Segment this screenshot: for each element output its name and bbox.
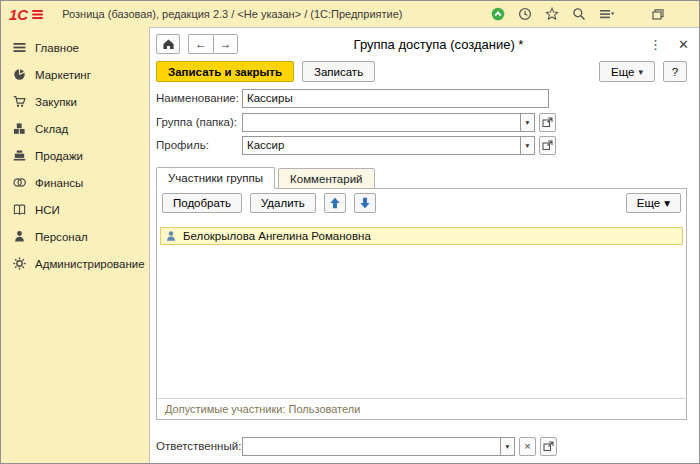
- book-icon: [13, 203, 26, 216]
- move-up-button[interactable]: [324, 193, 346, 213]
- sidebar-label: Администрирование: [35, 258, 145, 270]
- folder-dropdown-button[interactable]: ▾: [521, 113, 535, 132]
- form-more-menu-button[interactable]: ⋮: [647, 37, 664, 52]
- responsible-clear-button[interactable]: ×: [519, 437, 536, 456]
- hamburger-icon: [13, 41, 26, 54]
- tab-comment[interactable]: Комментарий: [278, 168, 374, 189]
- cart-icon: [13, 95, 26, 108]
- titlebar-icons: [491, 1, 615, 27]
- user-icon: [165, 230, 177, 242]
- folder-label: Группа (папка):: [156, 116, 242, 128]
- move-down-button[interactable]: [354, 193, 376, 213]
- sidebar-item-nsi[interactable]: НСИ: [1, 196, 149, 223]
- tab-members-label: Участники группы: [168, 172, 263, 184]
- field-profile: Профиль: ▾: [156, 135, 556, 155]
- star-icon: [545, 7, 559, 21]
- sidebar-item-sales[interactable]: Продажи: [1, 142, 149, 169]
- tab-strip: Участники группы Комментарий: [156, 167, 375, 189]
- responsible-open-button[interactable]: [540, 437, 557, 456]
- support-button[interactable]: [491, 7, 505, 21]
- search-icon: [572, 7, 586, 21]
- forward-button[interactable]: →: [213, 34, 238, 54]
- cash-register-icon: [13, 149, 26, 162]
- main-menu-button[interactable]: [599, 7, 615, 21]
- sidebar-label: Финансы: [35, 177, 83, 189]
- sidebar-label: Персонал: [35, 231, 88, 243]
- profile-dropdown-button[interactable]: ▾: [521, 136, 535, 155]
- sidebar-label: Маркетинг: [35, 69, 91, 81]
- delete-button[interactable]: Удалить: [250, 193, 316, 213]
- person-icon: [13, 230, 26, 243]
- tab-comment-label: Комментарий: [290, 173, 362, 185]
- coins-icon: [13, 176, 26, 189]
- members-footer: Допустимые участники: Пользователи: [157, 398, 686, 419]
- back-button[interactable]: ←: [188, 34, 213, 54]
- open-link-icon: [543, 441, 554, 452]
- menu-lines-icon: [599, 7, 615, 21]
- field-name: Наименование:: [156, 88, 549, 108]
- sidebar-label: Главное: [35, 42, 79, 54]
- responsible-dropdown-button[interactable]: ▾: [501, 437, 515, 456]
- sidebar-label: Продажи: [35, 150, 83, 162]
- form-window: ← → Группа доступа (создание) * ⋮ ✕ Запи…: [149, 27, 699, 463]
- boxes-icon: [13, 122, 26, 135]
- save-button[interactable]: Записать: [302, 61, 375, 82]
- app-title: Розница (базовая), редакция 2.3 / <Не ук…: [62, 8, 402, 20]
- profile-input[interactable]: [242, 136, 521, 155]
- member-name: Белокрылова Ангелина Романовна: [183, 230, 371, 242]
- allowed-members-text: Допустимые участники: Пользователи: [165, 403, 360, 415]
- sidebar-label: Закупки: [35, 96, 77, 108]
- sidebar-label: НСИ: [35, 204, 60, 216]
- window-restore-button[interactable]: [651, 8, 665, 21]
- form-header: ← → Группа доступа (создание) * ⋮ ✕: [156, 34, 691, 56]
- logo-text: 1С: [9, 7, 28, 22]
- gear-icon: [13, 257, 26, 270]
- folder-input[interactable]: [242, 113, 521, 132]
- home-icon: [162, 38, 175, 50]
- form-close-button[interactable]: ✕: [676, 37, 691, 52]
- open-link-icon: [542, 140, 553, 151]
- window-restore-icon: [651, 8, 665, 21]
- responsible-label: Ответственный:: [156, 440, 242, 452]
- open-link-icon: [542, 117, 553, 128]
- favorites-button[interactable]: [545, 7, 559, 21]
- titlebar: 1С Розница (базовая), редакция 2.3 / <Не…: [1, 1, 699, 27]
- arrow-down-icon: [359, 197, 371, 209]
- history-icon: [518, 7, 532, 21]
- command-bar: Записать и закрыть Записать Еще ▾ ?: [156, 61, 687, 82]
- sidebar-item-purchases[interactable]: Закупки: [1, 88, 149, 115]
- tab-members[interactable]: Участники группы: [156, 167, 275, 189]
- form-header-actions: ⋮ ✕: [647, 34, 691, 54]
- pick-button[interactable]: Подобрать: [162, 193, 242, 213]
- profile-open-button[interactable]: [539, 136, 556, 155]
- sidebar-item-finance[interactable]: Финансы: [1, 169, 149, 196]
- save-and-close-button[interactable]: Записать и закрыть: [156, 61, 294, 82]
- sidebar-item-personnel[interactable]: Персонал: [1, 223, 149, 250]
- sidebar-item-administration[interactable]: Администрирование: [1, 250, 149, 277]
- window-controls: [651, 1, 665, 27]
- home-button[interactable]: [156, 34, 180, 54]
- members-panel: Подобрать Удалить Еще ▾: [156, 188, 687, 420]
- sidebar-label: Склад: [35, 123, 68, 135]
- search-button[interactable]: [572, 7, 586, 21]
- more-button-label: Еще: [611, 66, 634, 78]
- profile-label: Профиль:: [156, 139, 242, 151]
- folder-open-button[interactable]: [539, 113, 556, 132]
- more-button[interactable]: Еще ▾: [599, 61, 655, 82]
- logo-menu-icon: [31, 8, 44, 21]
- member-row[interactable]: Белокрылова Ангелина Романовна: [160, 227, 683, 245]
- arrow-up-icon: [329, 197, 341, 209]
- members-toolbar: Подобрать Удалить Еще ▾: [157, 189, 686, 216]
- help-button[interactable]: ?: [663, 61, 687, 82]
- responsible-input[interactable]: [242, 437, 501, 456]
- pie-chart-icon: [13, 68, 26, 81]
- 1c-logo: 1С: [9, 7, 44, 22]
- sidebar-item-warehouse[interactable]: Склад: [1, 115, 149, 142]
- sidebar-item-main[interactable]: Главное: [1, 34, 149, 61]
- members-list: Белокрылова Ангелина Романовна: [157, 217, 686, 398]
- sidebar-item-marketing[interactable]: Маркетинг: [1, 61, 149, 88]
- name-input[interactable]: [242, 89, 549, 108]
- app-window: 1С Розница (базовая), редакция 2.3 / <Не…: [0, 0, 700, 464]
- members-more-button[interactable]: Еще ▾: [626, 193, 681, 213]
- history-button[interactable]: [518, 7, 532, 21]
